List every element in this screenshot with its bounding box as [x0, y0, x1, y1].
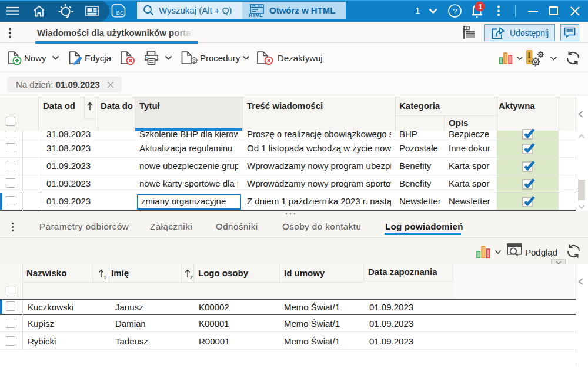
svg-text:2: 2 — [190, 274, 193, 280]
svg-text:1: 1 — [103, 274, 106, 280]
svg-text:HTML: HTML — [249, 12, 263, 18]
svg-text:BC: BC — [116, 9, 124, 16]
svg-text:1: 1 — [478, 2, 482, 11]
svg-text:?: ? — [453, 7, 457, 16]
